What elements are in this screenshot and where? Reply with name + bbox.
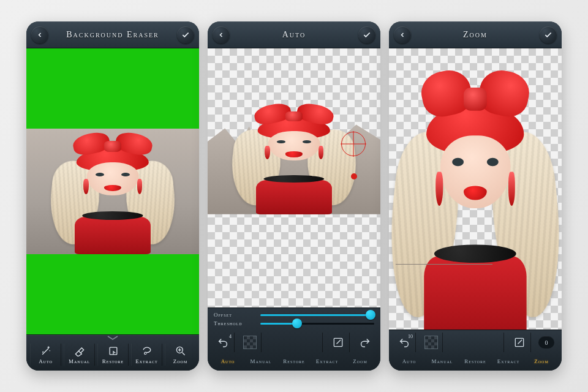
transparency-swatch-icon: [424, 336, 438, 349]
canvas[interactable]: [208, 48, 380, 307]
undo-icon: [216, 336, 230, 349]
canvas[interactable]: [389, 48, 562, 330]
spacer: [265, 333, 323, 352]
tool-extract[interactable]: Extract: [131, 344, 162, 366]
tool-label: Extract: [135, 358, 158, 364]
chevron-left-icon: [399, 31, 406, 39]
photo-layer: [208, 100, 380, 214]
portrait: [389, 59, 562, 330]
tool-label: Manual: [69, 358, 90, 364]
lasso-icon: [141, 345, 153, 357]
slider-track[interactable]: [260, 314, 374, 316]
tool-label: Auto: [39, 358, 53, 364]
confirm-button[interactable]: [540, 26, 557, 43]
spacer: [447, 333, 504, 352]
screen-background-eraser: Background Eraser: [26, 21, 199, 371]
tab-auto[interactable]: Auto: [393, 356, 426, 367]
back-button[interactable]: [394, 26, 411, 43]
back-button[interactable]: [31, 26, 48, 43]
photo-layer: [389, 59, 562, 268]
edit-square-icon: [513, 336, 526, 349]
slider-label: Offset: [214, 312, 255, 318]
edit-square-icon: [332, 336, 344, 349]
tabstrip: Auto Manual Restore Extract Zoom: [389, 355, 562, 371]
slider-thumb[interactable]: [366, 310, 375, 320]
slider-thumb[interactable]: [292, 318, 302, 328]
back-button[interactable]: [213, 26, 230, 43]
topbar: Auto: [208, 21, 380, 48]
topbar: Zoom: [389, 21, 562, 48]
tab-zoom[interactable]: Zoom: [525, 356, 558, 367]
tool-zoom[interactable]: Zoom: [165, 344, 195, 366]
topbar: Background Eraser: [26, 21, 199, 48]
redo-button[interactable]: [353, 333, 377, 352]
target-dot[interactable]: [351, 173, 357, 179]
tab-manual[interactable]: Manual: [244, 356, 277, 367]
tool-label: Restore: [102, 358, 124, 364]
edit-button[interactable]: [326, 333, 350, 352]
transparency-swatch[interactable]: [420, 333, 443, 352]
confirm-button[interactable]: [177, 26, 194, 43]
step-value: 0: [545, 339, 548, 346]
edit-button[interactable]: [508, 333, 531, 352]
tab-restore[interactable]: Restore: [459, 356, 492, 367]
page-title: Zoom: [411, 30, 540, 40]
tool-restore[interactable]: Restore: [97, 344, 129, 366]
page-title: Background Eraser: [48, 30, 177, 40]
tab-zoom[interactable]: Zoom: [344, 356, 377, 367]
undo-button[interactable]: 10: [393, 333, 416, 352]
confirm-button[interactable]: [358, 26, 375, 43]
tool-label: Zoom: [173, 358, 188, 364]
slider-track[interactable]: [260, 323, 374, 325]
portrait: [26, 129, 199, 254]
chevron-left-icon: [36, 31, 43, 39]
screen-auto: Auto: [208, 21, 380, 371]
transparency-swatch[interactable]: [238, 333, 262, 352]
screen-zoom: Zoom: [389, 21, 562, 371]
tab-extract[interactable]: Extract: [311, 356, 344, 367]
tool-auto[interactable]: Auto: [30, 344, 61, 366]
check-icon: [181, 31, 190, 39]
eraser-icon: [74, 345, 86, 357]
bottom-toolbar: Auto Manual Restore Extract Zoom: [26, 334, 199, 371]
bottom-controls: Offset Threshold 4: [208, 307, 380, 371]
tool-manual[interactable]: Manual: [64, 344, 95, 366]
canvas[interactable]: [26, 48, 199, 334]
bottom-controls: 10 0 Auto Manual Restore Extract Zoom: [389, 330, 562, 371]
slider-offset[interactable]: Offset: [214, 312, 374, 318]
restore-icon: [107, 345, 119, 357]
tab-restore[interactable]: Restore: [277, 356, 311, 367]
tab-extract[interactable]: Extract: [492, 356, 525, 367]
target-reticle[interactable]: [341, 132, 366, 156]
chevron-down-icon: [100, 336, 125, 341]
undo-button[interactable]: 4: [211, 333, 235, 352]
slider-threshold[interactable]: Threshold: [214, 320, 374, 326]
slider-label: Threshold: [214, 320, 255, 326]
tabstrip: Auto Manual Restore Extract Zoom: [208, 355, 380, 371]
transparency-swatch-icon: [243, 336, 257, 349]
magnifier-plus-icon: [175, 345, 187, 357]
chevron-left-icon: [217, 31, 225, 39]
step-counter[interactable]: 0: [535, 333, 558, 352]
collapse-handle[interactable]: [26, 335, 199, 341]
tab-auto[interactable]: Auto: [211, 356, 244, 367]
photo-layer: [26, 129, 199, 254]
tab-manual[interactable]: Manual: [426, 356, 459, 367]
undo-count: 10: [408, 334, 413, 339]
page-title: Auto: [230, 30, 358, 40]
undo-count: 4: [229, 334, 232, 339]
check-icon: [544, 31, 552, 39]
portrait: [208, 100, 380, 214]
artifact-line: [396, 264, 492, 265]
check-icon: [363, 31, 371, 39]
redo-icon: [358, 336, 372, 349]
magic-wand-icon: [40, 345, 52, 357]
